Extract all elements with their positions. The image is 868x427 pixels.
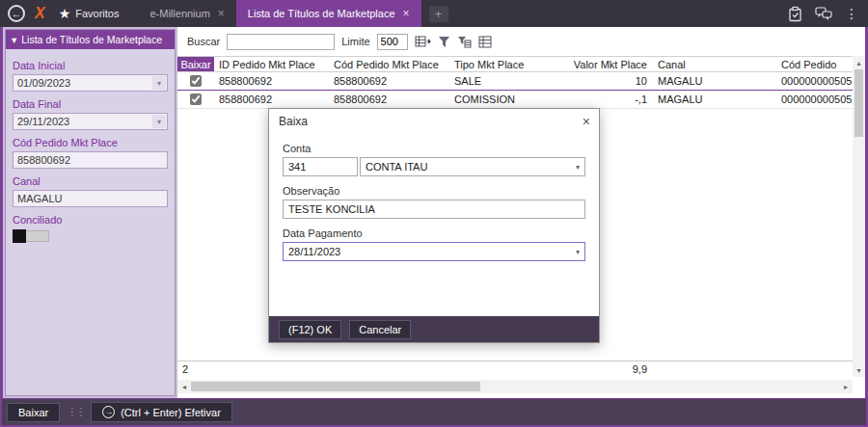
- favorites-label: Favoritos: [75, 8, 119, 19]
- chevron-down-icon[interactable]: ▾: [152, 76, 166, 90]
- conta-code-value: 341: [288, 161, 306, 173]
- conciliado-toggle[interactable]: [13, 229, 168, 243]
- topbar: ← X ★ Favoritos e-Millennium × Lista de …: [0, 0, 868, 27]
- data-inicial-value: 01/09/2023: [17, 77, 70, 89]
- back-arrow-icon: ←: [12, 8, 22, 19]
- app-window: ← X ★ Favoritos e-Millennium × Lista de …: [0, 0, 868, 427]
- conta-select[interactable]: CONTA ITAU ▾: [360, 157, 585, 176]
- scroll-thumb[interactable]: [854, 69, 863, 137]
- cell-canal: MAGALU: [653, 72, 776, 90]
- tab-lista-titulos-marketplace[interactable]: Lista de Títulos de Marketplace ×: [236, 0, 421, 27]
- favorites-button[interactable]: ★ Favoritos: [59, 6, 120, 21]
- cell-cod-pedido-mkt: 858800692: [329, 91, 449, 108]
- column-header-canal[interactable]: Canal: [653, 57, 776, 71]
- toggle-knob: [13, 229, 26, 243]
- cell-id-pedido: 858800692: [214, 91, 329, 108]
- table-row[interactable]: 858800692 858800692 SALE 10 MAGALU 00000…: [177, 72, 865, 91]
- search-input[interactable]: [227, 34, 335, 50]
- star-icon: ★: [59, 6, 71, 21]
- dialog-footer: (F12) OK Cancelar: [269, 316, 599, 342]
- observacao-field[interactable]: TESTE KONCILIA: [283, 200, 585, 219]
- conciliado-label: Conciliado: [13, 214, 168, 226]
- cell-tipo: COMISSION: [449, 91, 560, 108]
- chevron-down-icon[interactable]: ▾: [576, 248, 580, 256]
- canal-label: Canal: [13, 175, 168, 187]
- scroll-up-icon[interactable]: ▴: [853, 56, 865, 69]
- cod-pedido-mkt-label: Cód Pedido Mkt Place: [13, 137, 168, 148]
- horizontal-scrollbar[interactable]: ◂ ▸: [177, 380, 853, 393]
- filter-panel-header[interactable]: ▾ Lista de Títulos de Marketplace: [6, 30, 175, 49]
- filter-grid-icon[interactable]: [457, 36, 472, 48]
- data-final-field[interactable]: 29/11/2023 ▾: [13, 113, 168, 130]
- data-final-label: Data Final: [13, 98, 168, 110]
- close-icon[interactable]: ×: [403, 7, 410, 20]
- baixa-dialog: Baixa × Conta 341 CONTA ITAU ▾ Observaçã…: [268, 108, 600, 343]
- toggle-track: [26, 230, 49, 242]
- cell-tipo: SALE: [449, 72, 560, 90]
- column-header-baixar[interactable]: Baixar: [177, 57, 214, 71]
- data-inicial-field[interactable]: 01/09/2023 ▾: [13, 74, 168, 92]
- efetivar-button[interactable]: → (Ctrl + Enter) Efetivar: [91, 402, 232, 422]
- data-final-value: 29/11/2023: [17, 116, 69, 127]
- table-summary-row: 2 9,9: [177, 360, 853, 377]
- canal-field[interactable]: MAGALU: [13, 190, 168, 207]
- limite-label: Limite: [341, 36, 369, 47]
- scroll-down-icon[interactable]: ▾: [853, 363, 865, 377]
- scroll-track[interactable]: [191, 380, 839, 393]
- chevron-down-icon[interactable]: ▾: [152, 115, 166, 128]
- data-pagamento-field[interactable]: 28/11/2023 ▾: [283, 242, 585, 261]
- data-pagamento-value: 28/11/2023: [288, 246, 340, 257]
- cancel-button[interactable]: Cancelar: [349, 320, 411, 339]
- clipboard-icon[interactable]: [788, 6, 802, 22]
- sidebar: ▾ Lista de Títulos de Marketplace Data I…: [3, 27, 177, 398]
- limit-input[interactable]: [377, 34, 408, 50]
- data-pagamento-label: Data Pagamento: [283, 227, 585, 239]
- millennium-logo-icon: X: [35, 5, 45, 22]
- arrow-right-circle-icon: →: [102, 406, 115, 418]
- chat-icon[interactable]: [815, 7, 832, 21]
- column-header-id-pedido[interactable]: ID Pedido Mkt Place: [214, 57, 329, 71]
- summary-count: 2: [177, 363, 214, 375]
- ok-button[interactable]: (F12) OK: [279, 320, 341, 339]
- efetivar-label: (Ctrl + Enter) Efetivar: [121, 407, 221, 418]
- data-inicial-label: Data Inicial: [13, 60, 168, 71]
- filter-panel-body: Data Inicial 01/09/2023 ▾ Data Final 29/…: [6, 49, 175, 247]
- close-icon[interactable]: ×: [218, 7, 225, 20]
- export-grid-icon[interactable]: [415, 35, 431, 48]
- cod-pedido-mkt-value: 858800692: [17, 154, 70, 166]
- plus-icon: +: [435, 7, 443, 21]
- close-icon[interactable]: ×: [583, 115, 590, 128]
- vertical-scrollbar[interactable]: ▴ ▾: [853, 56, 865, 377]
- summary-valor-total: 9,9: [560, 363, 653, 375]
- cod-pedido-mkt-field[interactable]: 858800692: [13, 151, 168, 169]
- chevron-down-icon[interactable]: ▾: [576, 163, 580, 172]
- buscar-label: Buscar: [187, 36, 220, 47]
- column-header-cod-pedido-mkt[interactable]: Cód Pedido Mkt Place: [329, 57, 449, 71]
- scroll-right-icon[interactable]: ▸: [839, 383, 853, 391]
- conta-label: Conta: [283, 143, 585, 154]
- drag-handle-icon[interactable]: ⋮⋮: [67, 406, 84, 418]
- baixar-checkbox[interactable]: [190, 75, 202, 87]
- filter-icon[interactable]: [438, 36, 450, 48]
- topbar-right-icons: ⋮: [788, 0, 858, 27]
- scroll-thumb[interactable]: [191, 382, 480, 391]
- add-tab-button[interactable]: +: [429, 6, 448, 22]
- back-button[interactable]: ←: [8, 5, 25, 22]
- dialog-title: Baixa: [269, 109, 599, 134]
- cell-valor: -,1: [560, 91, 653, 108]
- filter-panel-title: Lista de Títulos de Marketplace: [21, 34, 162, 45]
- column-header-tipo[interactable]: Tipo Mkt Place: [449, 57, 560, 71]
- tab-e-millennium[interactable]: e-Millennium ×: [138, 0, 235, 27]
- menu-dots-icon[interactable]: ⋮: [845, 6, 858, 21]
- dialog-body: Conta 341 CONTA ITAU ▾ Observação TESTE …: [269, 143, 599, 261]
- baixar-checkbox[interactable]: [190, 93, 202, 105]
- cell-valor: 10: [560, 72, 653, 90]
- scroll-left-icon[interactable]: ◂: [177, 383, 191, 391]
- layout-grid-icon[interactable]: [478, 36, 492, 48]
- tab-strip: e-Millennium × Lista de Títulos de Marke…: [138, 0, 448, 27]
- baixar-button[interactable]: Baixar: [7, 403, 60, 422]
- conta-code-field[interactable]: 341: [283, 157, 358, 176]
- scroll-track[interactable]: [853, 69, 865, 363]
- table-row[interactable]: 858800692 858800692 COMISSION -,1 MAGALU…: [177, 91, 865, 109]
- column-header-valor[interactable]: Valor Mkt Place: [560, 57, 653, 71]
